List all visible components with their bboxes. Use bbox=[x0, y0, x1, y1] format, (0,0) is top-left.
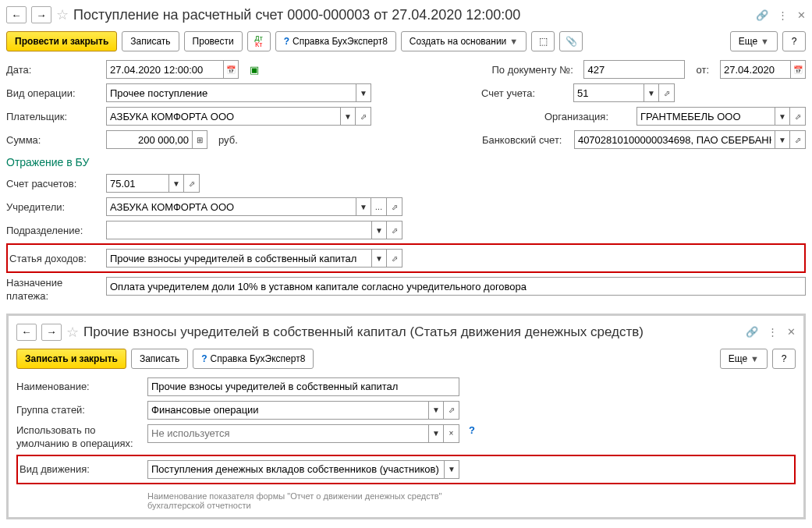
open-icon[interactable]: ⬀ bbox=[356, 107, 371, 126]
dropdown-icon[interactable]: ▼ bbox=[775, 107, 790, 126]
more-button[interactable]: Еще ▼ bbox=[730, 31, 778, 51]
date-label: Дата: bbox=[6, 64, 100, 76]
dropdown-icon[interactable]: ▼ bbox=[428, 401, 444, 420]
close-icon[interactable]: ✕ bbox=[797, 9, 806, 21]
bank-label: Банковский счет: bbox=[482, 134, 568, 146]
dropdown-icon[interactable]: ▼ bbox=[428, 424, 444, 443]
forward-button[interactable]: → bbox=[41, 324, 62, 341]
sub-window-title: Прочие взносы учредителей в собственный … bbox=[83, 324, 741, 340]
open-icon[interactable]: ⬀ bbox=[387, 197, 402, 216]
open-icon[interactable]: ⬀ bbox=[659, 83, 675, 102]
clear-icon[interactable]: × bbox=[444, 424, 459, 443]
open-icon[interactable]: ⬀ bbox=[387, 249, 402, 268]
op-type-label: Вид операции: bbox=[6, 87, 100, 99]
forward-button[interactable]: → bbox=[31, 6, 51, 23]
movement-input[interactable] bbox=[147, 460, 444, 479]
link-icon[interactable]: 🔗 bbox=[746, 326, 758, 338]
favorite-icon[interactable]: ☆ bbox=[56, 6, 69, 23]
main-toolbar: Провести и закрыть Записать Провести ДтК… bbox=[6, 30, 806, 58]
account-label: Счет учета: bbox=[481, 87, 567, 99]
main-window: ← → ☆ Поступление на расчетный счет 0000… bbox=[0, 0, 812, 523]
calc-account-input[interactable] bbox=[106, 174, 168, 193]
sub-window: ← → ☆ Прочие взносы учредителей в собств… bbox=[6, 314, 806, 519]
movement-hint: Наименование показателя формы "Отчет о д… bbox=[147, 488, 459, 510]
dropdown-icon[interactable]: ▼ bbox=[356, 197, 371, 216]
dropdown-icon[interactable]: ▼ bbox=[371, 249, 387, 268]
status-icon: ▣ bbox=[250, 64, 259, 76]
default-label: Использовать поумолчанию в операциях: bbox=[16, 424, 141, 451]
help-button[interactable]: ? Справка БухЭксперт8 bbox=[193, 349, 314, 369]
movement-row-highlight: Вид движения: ▼ bbox=[16, 455, 796, 484]
open-icon[interactable]: ⬀ bbox=[184, 174, 200, 193]
dropdown-icon[interactable]: ▼ bbox=[168, 174, 184, 193]
movement-label: Вид движения: bbox=[20, 463, 141, 475]
save-button[interactable]: Записать bbox=[131, 349, 188, 369]
income-input[interactable] bbox=[106, 249, 371, 268]
save-button[interactable]: Записать bbox=[122, 31, 179, 51]
doc-num-label: По документу №: bbox=[491, 64, 577, 76]
open-icon[interactable]: ⬀ bbox=[387, 221, 402, 239]
payer-input[interactable] bbox=[106, 107, 340, 126]
open-icon[interactable]: ⬀ bbox=[790, 130, 806, 149]
menu-icon[interactable]: ⋮ bbox=[768, 326, 778, 338]
calendar-icon[interactable]: 📅 bbox=[790, 60, 806, 79]
link-icon[interactable]: 🔗 bbox=[756, 9, 768, 21]
dropdown-icon[interactable]: ▼ bbox=[371, 221, 387, 239]
calc-account-label: Счет расчетов: bbox=[6, 178, 100, 190]
post-button[interactable]: Провести bbox=[184, 31, 243, 51]
help-icon-button[interactable]: ? bbox=[772, 349, 796, 369]
open-icon[interactable]: ⬀ bbox=[790, 107, 806, 126]
doc-date-input[interactable] bbox=[720, 60, 790, 79]
create-based-button[interactable]: Создать на основании ▼ bbox=[401, 31, 527, 51]
org-label: Организация: bbox=[544, 111, 630, 122]
op-type-input[interactable] bbox=[106, 83, 356, 102]
save-close-button[interactable]: Записать и закрыть bbox=[16, 349, 126, 369]
dropdown-icon[interactable]: ▼ bbox=[775, 130, 790, 149]
back-button[interactable]: ← bbox=[6, 6, 27, 23]
more-button[interactable]: Еще ▼ bbox=[720, 349, 768, 369]
doc-num-input[interactable] bbox=[583, 60, 685, 79]
post-close-button[interactable]: Провести и закрыть bbox=[6, 31, 117, 51]
menu-icon[interactable]: ⋮ bbox=[778, 9, 788, 21]
back-button[interactable]: ← bbox=[16, 324, 37, 341]
name-input[interactable] bbox=[147, 377, 459, 396]
default-input[interactable] bbox=[147, 424, 428, 443]
dropdown-icon[interactable]: ▼ bbox=[340, 107, 356, 126]
account-input[interactable] bbox=[573, 83, 644, 102]
attach-button[interactable]: 📎 bbox=[559, 31, 583, 51]
group-input[interactable] bbox=[147, 401, 428, 420]
help-hint-icon[interactable]: ? bbox=[469, 424, 475, 436]
income-row-highlight: Статья доходов: ▼ ⬀ bbox=[6, 243, 806, 273]
founders-input[interactable] bbox=[106, 197, 356, 216]
calendar-icon[interactable]: 📅 bbox=[223, 60, 239, 79]
dropdown-icon[interactable]: ▼ bbox=[644, 83, 659, 102]
structure-button[interactable]: ⬚ bbox=[531, 31, 555, 51]
window-title: Поступление на расчетный счет 0000-00000… bbox=[73, 7, 751, 23]
open-icon[interactable]: ⬀ bbox=[444, 401, 459, 420]
org-input[interactable] bbox=[636, 107, 775, 126]
dropdown-icon[interactable]: ▼ bbox=[356, 83, 371, 102]
close-icon[interactable]: ✕ bbox=[787, 326, 796, 338]
sub-toolbar: Записать и закрыть Записать ? Справка Бу… bbox=[16, 347, 796, 375]
currency-label: руб. bbox=[218, 134, 238, 146]
division-input[interactable] bbox=[106, 221, 371, 239]
bu-section-title: Отражение в БУ bbox=[6, 151, 806, 172]
favorite-icon[interactable]: ☆ bbox=[66, 324, 79, 341]
purpose-input[interactable] bbox=[106, 277, 806, 296]
main-titlebar: ← → ☆ Поступление на расчетный счет 0000… bbox=[6, 3, 806, 30]
date-input[interactable] bbox=[106, 60, 223, 79]
calc-icon[interactable]: ⊞ bbox=[192, 130, 207, 149]
help-button[interactable]: ? Справка БухЭксперт8 bbox=[275, 31, 396, 51]
income-label: Статья доходов: bbox=[9, 253, 100, 264]
sum-label: Сумма: bbox=[6, 134, 100, 146]
purpose-label: Назначение платежа: bbox=[6, 277, 100, 303]
bank-input[interactable] bbox=[574, 130, 775, 149]
group-label: Группа статей: bbox=[16, 404, 141, 416]
help-icon-button[interactable]: ? bbox=[782, 31, 806, 51]
payer-label: Плательщик: bbox=[6, 111, 100, 122]
sum-input[interactable] bbox=[106, 130, 192, 149]
name-label: Наименование: bbox=[16, 381, 141, 392]
dtkt-button[interactable]: ДтКт bbox=[247, 31, 271, 51]
dropdown-icon[interactable]: ▼ bbox=[444, 460, 459, 479]
ellipsis-icon[interactable]: … bbox=[371, 197, 387, 216]
